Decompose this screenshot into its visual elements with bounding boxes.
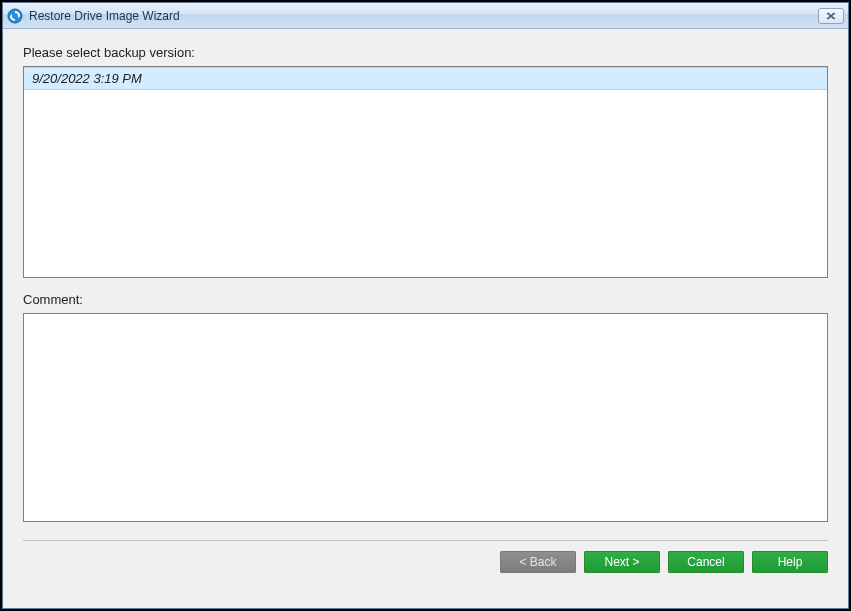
comment-textarea[interactable] — [23, 313, 828, 522]
button-row: < Back Next > Cancel Help — [23, 551, 828, 577]
wizard-body: Please select backup version: 9/20/2022 … — [3, 29, 848, 608]
cancel-button-label: Cancel — [687, 555, 724, 569]
backup-version-timestamp: 9/20/2022 3:19 PM — [32, 71, 142, 86]
help-button-label: Help — [778, 555, 803, 569]
backup-version-list[interactable]: 9/20/2022 3:19 PM — [23, 66, 828, 278]
comment-label: Comment: — [23, 292, 828, 307]
back-button-label: < Back — [519, 555, 556, 569]
close-icon — [825, 11, 837, 21]
window-title: Restore Drive Image Wizard — [29, 9, 818, 23]
select-backup-label: Please select backup version: — [23, 45, 828, 60]
next-button-label: Next > — [604, 555, 639, 569]
wizard-window: Restore Drive Image Wizard Please select… — [2, 2, 849, 609]
help-button[interactable]: Help — [752, 551, 828, 573]
backup-version-item[interactable]: 9/20/2022 3:19 PM — [24, 67, 827, 90]
app-icon — [7, 8, 23, 24]
cancel-button[interactable]: Cancel — [668, 551, 744, 573]
window-close-button[interactable] — [818, 8, 844, 24]
footer-separator — [23, 540, 828, 541]
back-button[interactable]: < Back — [500, 551, 576, 573]
titlebar: Restore Drive Image Wizard — [3, 3, 848, 29]
next-button[interactable]: Next > — [584, 551, 660, 573]
